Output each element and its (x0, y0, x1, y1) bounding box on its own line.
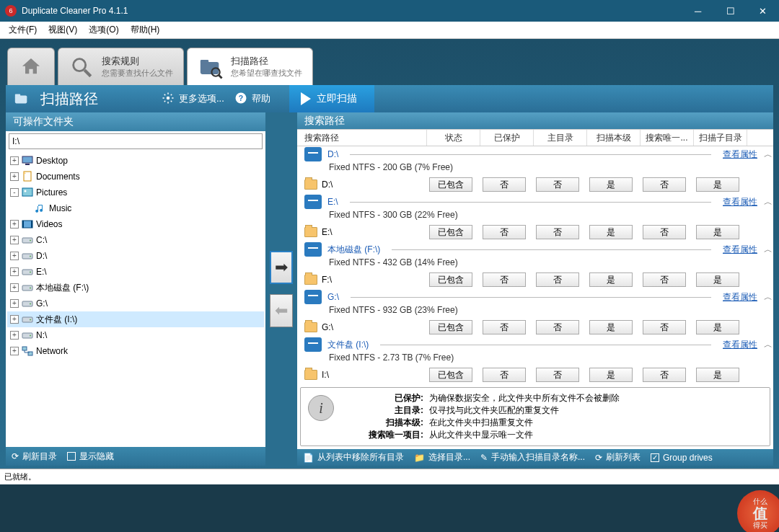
col-subdir[interactable]: 扫描子目录 (694, 130, 747, 146)
view-properties-link[interactable]: 查看属性 (723, 196, 757, 208)
cell-toggle[interactable]: 否 (483, 272, 526, 287)
entry-title[interactable]: D:\ (327, 149, 338, 159)
entry-title[interactable]: 文件盘 (I:\) (327, 339, 369, 351)
close-button[interactable]: ✕ (747, 0, 779, 22)
cell-toggle[interactable]: 否 (536, 225, 579, 239)
collapse-icon[interactable]: ︿ (763, 339, 773, 351)
tree-node[interactable]: +Videos (7, 216, 264, 232)
select-dir-button[interactable]: 📁 选择目录... (414, 451, 470, 464)
entry-title[interactable]: 本地磁盘 (F:\) (327, 244, 380, 256)
cell-toggle[interactable]: 是 (696, 272, 739, 287)
expander-icon[interactable]: + (10, 172, 19, 181)
refresh-tree-button[interactable]: ⟳ 刷新目录 (12, 451, 57, 463)
col-protected[interactable]: 已保护 (480, 130, 534, 146)
show-hidden-checkbox[interactable]: 显示隐藏 (67, 451, 114, 463)
cell-toggle[interactable]: 否 (483, 177, 526, 192)
menu-view[interactable]: 视图(V) (43, 22, 83, 37)
collapse-icon[interactable]: ︿ (763, 291, 773, 303)
entry-title[interactable]: G:\ (327, 292, 339, 302)
refresh-list-button[interactable]: ⟳ 刷新列表 (595, 451, 641, 464)
menu-help[interactable]: 帮助(H) (125, 22, 166, 37)
cell-toggle[interactable]: 否 (643, 320, 686, 334)
view-properties-link[interactable]: 查看属性 (723, 244, 757, 256)
tree-node[interactable]: -Pictures (7, 185, 264, 200)
tree-node[interactable]: Music (7, 200, 264, 216)
tab-search-rules[interactable]: 搜索规则 您需要查找什么文件 (58, 48, 184, 85)
cell-toggle[interactable]: 否 (643, 177, 686, 192)
path-input[interactable] (9, 133, 263, 149)
cell-toggle[interactable]: 是 (589, 225, 633, 239)
minimize-button[interactable]: ─ (682, 0, 714, 22)
cell-toggle[interactable]: 是 (696, 225, 739, 239)
group-drives-checkbox[interactable]: ✓ Group drives (651, 453, 713, 463)
cell-toggle[interactable]: 否 (483, 368, 526, 382)
view-properties-link[interactable]: 查看属性 (723, 339, 757, 351)
expander-icon[interactable]: + (10, 347, 19, 355)
expander-icon[interactable]: + (10, 220, 19, 229)
collapse-icon[interactable]: ︿ (763, 148, 773, 161)
view-properties-link[interactable]: 查看属性 (723, 148, 757, 161)
col-path[interactable]: 搜索路径 (297, 130, 427, 146)
remove-all-button[interactable]: 📄 从列表中移除所有目录 (303, 451, 404, 464)
cell-toggle[interactable]: 是 (589, 368, 633, 382)
tree-node[interactable]: +本地磁盘 (F:\) (7, 280, 264, 296)
tree-node[interactable]: +Desktop (7, 153, 264, 169)
remove-path-button[interactable]: ⬅ (270, 294, 293, 327)
tree-node[interactable]: +E:\ (7, 264, 264, 280)
tab-scan-paths[interactable]: 扫描路径 您希望在哪查找文件 (187, 48, 313, 85)
cell-toggle[interactable]: 否 (536, 320, 579, 334)
tree-node[interactable]: +D:\ (7, 248, 264, 264)
cell-toggle[interactable]: 是 (589, 272, 633, 287)
expander-icon[interactable]: + (10, 299, 19, 308)
tree-node[interactable]: +Network (7, 343, 264, 359)
cell-toggle[interactable]: 是 (696, 177, 739, 192)
cell-toggle[interactable]: 否 (536, 368, 579, 382)
folder-tree[interactable]: +Desktop+Documents-PicturesMusic+Videos+… (6, 151, 265, 447)
more-options-button[interactable]: 更多选项... (162, 92, 224, 107)
menu-file[interactable]: 文件(F) (3, 22, 43, 37)
cell-toggle[interactable]: 已包含 (429, 368, 472, 382)
collapse-icon[interactable]: ︿ (763, 244, 773, 256)
cell-toggle[interactable]: 否 (643, 368, 686, 382)
cell-toggle[interactable]: 否 (643, 225, 686, 239)
expander-icon[interactable]: + (10, 252, 19, 260)
scan-now-button[interactable]: 立即扫描 (289, 85, 374, 112)
cell-toggle[interactable]: 是 (696, 320, 739, 334)
entry-title[interactable]: E:\ (327, 197, 338, 207)
cell-toggle[interactable]: 否 (643, 272, 686, 287)
expander-icon[interactable]: + (10, 156, 19, 165)
cell-toggle[interactable]: 否 (483, 320, 526, 334)
col-main[interactable]: 主目录 (534, 130, 587, 146)
cell-toggle[interactable]: 是 (589, 177, 633, 192)
maximize-button[interactable]: ☐ (714, 0, 747, 22)
cell-toggle[interactable]: 已包含 (429, 177, 472, 192)
expander-icon[interactable]: + (10, 315, 19, 324)
cell-toggle[interactable]: 否 (536, 272, 579, 287)
col-level[interactable]: 扫描本级 (587, 130, 641, 146)
manual-input-button[interactable]: ✎ 手动输入扫描目录名称... (480, 451, 585, 464)
add-path-button[interactable]: ➡ (270, 251, 293, 284)
cell-toggle[interactable]: 已包含 (429, 320, 472, 334)
tab-home[interactable] (7, 48, 55, 85)
cell-toggle[interactable]: 是 (696, 368, 739, 382)
view-properties-link[interactable]: 查看属性 (723, 291, 757, 303)
expander-icon[interactable]: + (10, 331, 19, 340)
expander-icon[interactable]: + (10, 283, 19, 292)
col-status[interactable]: 状态 (427, 130, 480, 146)
tree-node[interactable]: +Documents (7, 169, 264, 185)
menu-options[interactable]: 选项(O) (83, 22, 124, 37)
tree-node[interactable]: +文件盘 (I:\) (7, 311, 264, 327)
expander-icon[interactable]: + (10, 267, 19, 276)
expander-icon[interactable]: - (10, 188, 19, 197)
expander-icon[interactable]: + (10, 236, 19, 244)
tree-node[interactable]: +C:\ (7, 232, 264, 248)
cell-toggle[interactable]: 已包含 (429, 225, 472, 239)
cell-toggle[interactable]: 否 (483, 225, 526, 239)
cell-toggle[interactable]: 已包含 (429, 272, 472, 287)
tree-node[interactable]: +N:\ (7, 327, 264, 343)
cell-toggle[interactable]: 否 (536, 177, 579, 192)
tree-node[interactable]: +G:\ (7, 296, 264, 311)
help-button[interactable]: ? 帮助 (234, 92, 270, 107)
col-unique[interactable]: 搜索唯一... (641, 130, 694, 146)
collapse-icon[interactable]: ︿ (763, 196, 773, 208)
